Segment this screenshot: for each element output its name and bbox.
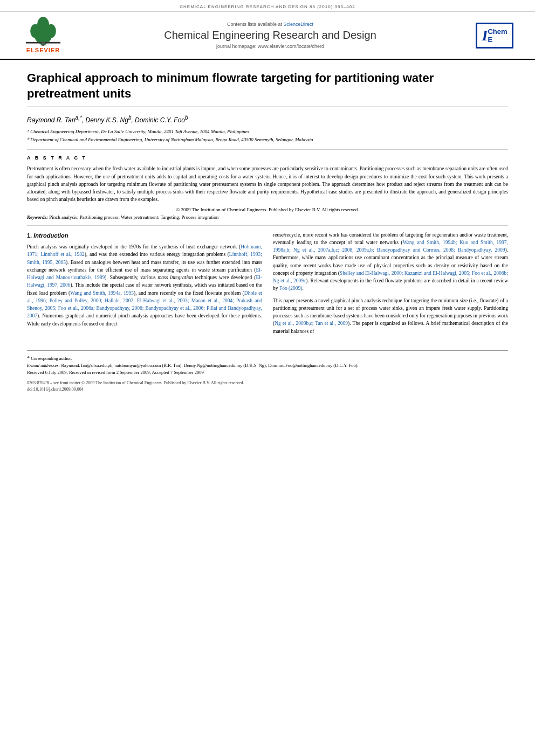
header-section: ELSEVIER Contents lists available at Sci… <box>0 12 535 60</box>
ichemE-logo: I ChemE <box>470 23 519 48</box>
keywords-label: Keywords: <box>27 214 48 220</box>
sup-b1: b <box>128 115 132 121</box>
elsevier-tree-icon <box>22 17 65 47</box>
sciencedirect-link[interactable]: ScienceDirect <box>284 22 314 27</box>
elsevier-logo: ELSEVIER <box>16 17 70 53</box>
sciencedirect-line: Contents lists available at ScienceDirec… <box>81 22 459 27</box>
authors-text: Raymond R. Tana,*, Denny K.S. Ngb, Domin… <box>27 116 188 124</box>
section1-title: 1. Introduction <box>27 231 262 240</box>
abstract-section: A B S T R A C T Pretreatment is often ne… <box>27 149 508 225</box>
keywords-values: Pinch analysis; Partitioning process; Wa… <box>49 214 218 220</box>
section1-number: 1. <box>27 232 32 239</box>
abstract-title: A B S T R A C T <box>27 155 508 161</box>
footnote-corresponding-text: Corresponding author. <box>31 356 72 361</box>
email-label: E-mail addresses: <box>27 363 60 368</box>
col-right: reuse/recycle, more recent work has cons… <box>273 231 508 339</box>
section1-title-text: Introduction <box>33 232 68 239</box>
footnote-corresponding-line: * Corresponding author. <box>27 354 508 362</box>
sup-a: a,* <box>76 115 82 121</box>
authors-line: Raymond R. Tana,*, Denny K.S. Ngb, Domin… <box>27 115 508 124</box>
footnote-received-line: Received 6 July 2009; Received in revise… <box>27 369 508 376</box>
affiliations: ᵃ Chemical Engineering Department, De La… <box>27 128 508 143</box>
elsevier-wordmark: ELSEVIER <box>26 47 60 53</box>
ichemE-rest: ChemE <box>488 27 507 44</box>
ref-foo2009[interactable]: Foo (2009) <box>279 286 303 291</box>
main-content: Graphical approach to minimum flowrate t… <box>0 60 535 339</box>
abstract-text: Pretreatment is often necessary when the… <box>27 165 508 203</box>
keywords-line: Keywords: Pinch analysis; Partitioning p… <box>27 214 508 220</box>
header-center: Contents lists available at ScienceDirec… <box>81 22 459 49</box>
ref-shelley[interactable]: Shelley and El-Halwagi, 2000; Kazantzi a… <box>273 271 508 283</box>
journal-homepage: journal homepage: www.elsevier.com/locat… <box>81 44 459 49</box>
footer-section: * Corresponding author. E-mail addresses… <box>27 350 508 399</box>
article-title: Graphical approach to minimum flowrate t… <box>27 71 508 107</box>
two-columns: 1. Introduction Pinch analysis was origi… <box>27 231 508 339</box>
ref-ng2009bc[interactable]: Ng et al., 2009b,c; Tan et al., 2009 <box>275 321 348 326</box>
ichemE-i: I <box>482 27 488 44</box>
col-right-body1: reuse/recycle, more recent work has cons… <box>273 231 508 293</box>
ref-wang1[interactable]: Wang and Smith, 1994a, 1995 <box>70 290 134 296</box>
col-left-body: Pinch analysis was originally developed … <box>27 243 262 328</box>
col-left: 1. Introduction Pinch analysis was origi… <box>27 231 262 339</box>
affiliation-a: ᵃ Chemical Engineering Department, De La… <box>27 128 508 135</box>
ref-wang2[interactable]: Wang and Smith, 1994b; Kuo and Smith, 19… <box>273 240 508 253</box>
footnote-star: * <box>27 355 30 361</box>
affiliation-b: ᵇ Department of Chemical and Environment… <box>27 136 508 143</box>
ref-hohmann[interactable]: Hohmann, 1971; Linnhoff et al., 1982 <box>27 244 262 257</box>
svg-point-4 <box>37 17 49 32</box>
sup-b2: b <box>185 115 188 121</box>
journal-header-text: CHEMICAL ENGINEERING RESEARCH AND DESIGN… <box>180 4 355 9</box>
bottom-bar: 0263-8762/$ – see front matter © 2009 Th… <box>27 380 508 393</box>
footnote-email-line: E-mail addresses: Raymond.Tan@dlsu.edu.p… <box>27 362 508 369</box>
ref-elhalwagi1[interactable]: El-Halwagi and Manousiouthakis, 1989 <box>27 267 262 280</box>
doi-line: doi:10.1016/j.cherd.2009.09.004 <box>27 386 508 393</box>
copyright-line: © 2009 The Institution of Chemical Engin… <box>27 207 508 212</box>
journal-title: Chemical Engineering Research and Design <box>81 29 459 41</box>
journal-top-bar: CHEMICAL ENGINEERING RESEARCH AND DESIGN… <box>0 0 535 12</box>
ref-dhole[interactable]: Dhole et al., 1996; Polley and Polley, 2… <box>27 290 262 319</box>
footnote: * Corresponding author. E-mail addresses… <box>27 354 508 376</box>
issn-line: 0263-8762/$ – see front matter © 2009 Th… <box>27 380 508 386</box>
sciencedirect-prefix: Contents lists available at <box>227 22 284 27</box>
footnote-emails-text: Raymond.Tan@dlsu.edu.ph, natdnomyar@yaho… <box>61 363 358 368</box>
page: CHEMICAL ENGINEERING RESEARCH AND DESIGN… <box>0 0 535 756</box>
svg-rect-7 <box>42 44 44 46</box>
col-right-body2: This paper presents a novel graphical pi… <box>273 297 508 335</box>
mass-integration-italic: mass integration <box>157 275 193 280</box>
